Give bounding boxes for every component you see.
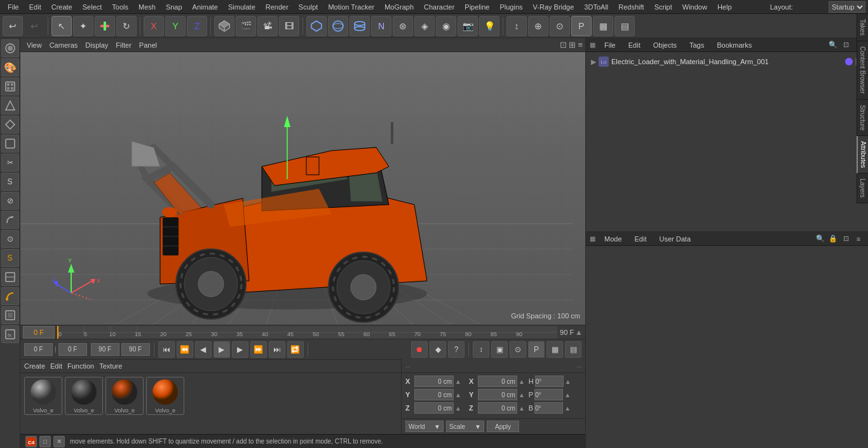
coord-y-input[interactable] [414, 389, 454, 400]
status-btn-3[interactable]: ✕ [53, 436, 65, 447]
pb-prev-frame[interactable]: ◀ [195, 341, 212, 358]
attr-search-icon[interactable]: 🔍 [815, 233, 826, 245]
material-item-3[interactable]: Volvo_e [146, 377, 184, 415]
menu-tools[interactable]: Tools [107, 2, 133, 12]
attr-menu-userdata[interactable]: User Data [656, 234, 695, 244]
object-item-loader[interactable]: ▶ Lo Electric_Loader_with_Material_Handl… [588, 55, 865, 69]
pb-snap-move[interactable]: ↕ [473, 341, 489, 358]
pb-record[interactable]: ⏺ [411, 341, 428, 358]
sidebar-btn-13[interactable] [1, 268, 19, 286]
sidebar-btn-11[interactable]: ⊙ [1, 230, 19, 248]
pb-snap-all[interactable]: ⊙ [510, 341, 526, 358]
pb-pivot-mode[interactable]: P [528, 341, 545, 358]
menu-script[interactable]: Script [649, 2, 677, 12]
menu-select[interactable]: Select [78, 2, 107, 12]
obj-expand-icon[interactable]: ⊡ [840, 39, 851, 51]
obj-menu-file[interactable]: File [600, 40, 620, 50]
menu-sculpt[interactable]: Sculpt [294, 2, 323, 12]
mat-menu-function[interactable]: Function [67, 362, 94, 370]
menu-mesh[interactable]: Mesh [133, 2, 161, 12]
coord-hx-input[interactable] [478, 376, 517, 387]
obj-menu-bookmarks[interactable]: Bookmarks [713, 40, 756, 50]
sidebar-btn-4[interactable] [1, 97, 19, 114]
coord-x-input[interactable] [414, 376, 454, 387]
vp-menu-view[interactable]: View [23, 40, 46, 50]
menu-vray[interactable]: V-Ray Bridge [528, 2, 580, 12]
render-region-button[interactable]: 📽 [257, 16, 278, 36]
sidebar-btn-2[interactable]: 🎨 [1, 58, 19, 76]
pb-next-frame[interactable]: ▶ [232, 341, 248, 358]
coord-hz-up[interactable]: ▲ [519, 405, 525, 412]
coord-b-input[interactable] [534, 402, 563, 414]
pb-animate[interactable]: ? [448, 341, 465, 358]
snap-button[interactable]: ⊕ [528, 16, 548, 36]
menu-motion-tracker[interactable]: Motion Tracker [323, 2, 379, 12]
coord-z-input[interactable] [414, 402, 454, 414]
cylinder-primitive-button[interactable] [349, 16, 370, 36]
sidebar-btn-10[interactable] [1, 211, 19, 229]
pivot-button[interactable]: P [571, 16, 592, 36]
redo-button[interactable]: ↩ [24, 16, 44, 36]
menu-help[interactable]: Help [712, 2, 737, 12]
vp-icon-expand[interactable]: ⊡ [560, 40, 567, 50]
grid-button[interactable]: ▦ [593, 16, 613, 36]
menu-simulate[interactable]: Simulate [223, 2, 261, 12]
sidebar-btn-3[interactable] [1, 78, 19, 95]
attr-settings-icon[interactable]: ≡ [853, 233, 864, 245]
select-tool-button[interactable]: ↖ [51, 16, 72, 36]
playback-max-input[interactable] [121, 343, 150, 356]
material-item-2[interactable]: Volvo_e [105, 377, 144, 415]
sidebar-btn-9[interactable]: ⊘ [1, 192, 19, 210]
attr-lock-icon[interactable]: 🔒 [827, 233, 839, 245]
coord-p-up[interactable]: ▲ [564, 391, 571, 398]
vp-menu-filter[interactable]: Filter [112, 40, 135, 50]
effector-button[interactable]: ◉ [436, 16, 456, 36]
sidebar-btn-5[interactable] [1, 116, 19, 133]
obj-search-icon[interactable]: 🔍 [827, 39, 839, 51]
coord-hy-input[interactable] [478, 389, 517, 400]
attr-menu-mode[interactable]: Mode [600, 234, 626, 244]
menu-render[interactable]: Render [261, 2, 294, 12]
sphere-primitive-button[interactable] [328, 16, 348, 36]
undo-button[interactable]: ↩ [3, 16, 23, 36]
coord-y-up[interactable]: ▲ [455, 391, 461, 398]
light-button[interactable]: 💡 [479, 16, 499, 36]
sweep-button[interactable]: ⊛ [393, 16, 413, 36]
pb-next-keyframe[interactable]: ⏩ [250, 341, 267, 358]
axis-z-button[interactable]: Z [187, 16, 207, 36]
sidebar-btn-8[interactable]: S [1, 173, 19, 191]
tab-content-browser[interactable]: Content Browser [857, 41, 868, 99]
sidebar-btn-12[interactable]: S [1, 249, 19, 267]
mat-menu-create[interactable]: Create [24, 362, 45, 370]
coord-hx-up[interactable]: ▲ [519, 378, 525, 385]
status-btn-2[interactable]: □ [39, 436, 51, 447]
playback-start-input[interactable] [24, 343, 53, 356]
pb-play[interactable]: ▶ [214, 341, 230, 358]
menu-redshift[interactable]: Redshift [613, 2, 649, 12]
coord-hz-input[interactable] [478, 402, 517, 414]
pb-goto-start[interactable]: ⏮ [158, 341, 175, 358]
menu-create[interactable]: Create [46, 2, 78, 12]
tab-attributes[interactable]: Attributes [857, 136, 868, 173]
menu-3dtoall[interactable]: 3DToAll [579, 2, 613, 12]
timeline-end-arrow[interactable]: ▲ [575, 328, 583, 337]
menu-file[interactable]: File [3, 2, 24, 12]
sidebar-btn-16[interactable]: fx [1, 325, 19, 343]
menu-pipeline[interactable]: Pipeline [459, 2, 494, 12]
vp-menu-display[interactable]: Display [81, 40, 112, 50]
material-item-1[interactable]: Volvo_e [65, 377, 103, 415]
sidebar-btn-15[interactable] [1, 306, 19, 324]
render-mode-button[interactable]: 🎬 [236, 16, 256, 36]
mat-menu-texture[interactable]: Texture [99, 362, 122, 370]
obj-snap-button[interactable]: ⊙ [550, 16, 570, 36]
coord-p-input[interactable] [534, 389, 563, 400]
pb-snap-obj[interactable]: ▣ [491, 341, 508, 358]
layout-select[interactable]: Startup [829, 1, 865, 13]
playback-end-input[interactable] [91, 343, 119, 356]
attr-menu-edit[interactable]: Edit [631, 234, 651, 244]
sidebar-btn-1[interactable] [1, 39, 19, 57]
menu-character[interactable]: Character [419, 2, 459, 12]
coord-z-up[interactable]: ▲ [455, 405, 461, 412]
menu-plugins[interactable]: Plugins [494, 2, 527, 12]
sidebar-btn-14[interactable] [1, 287, 19, 305]
